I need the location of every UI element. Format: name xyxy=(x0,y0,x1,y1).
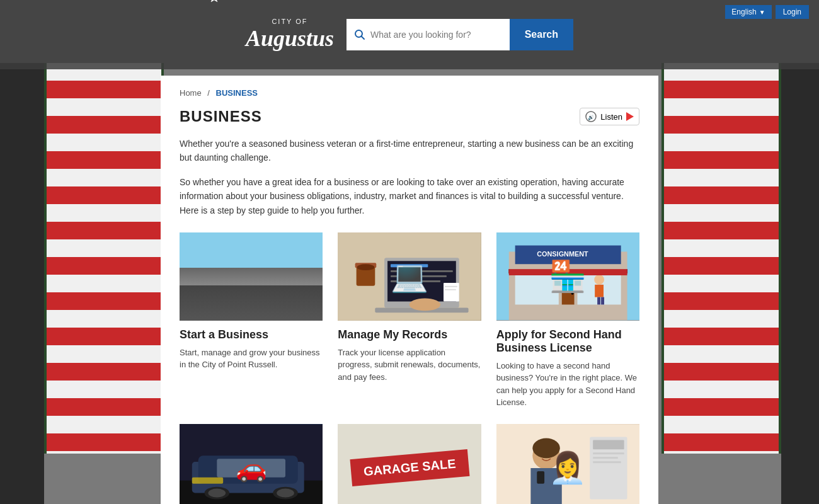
svg-rect-9 xyxy=(260,241,293,298)
right-dark-panel xyxy=(781,63,819,504)
svg-rect-15 xyxy=(183,301,319,316)
svg-rect-41 xyxy=(601,297,604,305)
woman-image-svg xyxy=(496,424,639,504)
shop-image-svg: CONSIGNMENT xyxy=(496,232,639,321)
svg-rect-11 xyxy=(211,277,238,282)
svg-rect-39 xyxy=(595,285,604,297)
intro-paragraph-2: So whether you have a great idea for a b… xyxy=(180,175,639,217)
svg-rect-7 xyxy=(211,244,238,298)
svg-rect-59 xyxy=(593,440,624,449)
search-input-wrapper[interactable] xyxy=(346,19,510,50)
svg-rect-8 xyxy=(240,253,258,298)
card-image-laptop xyxy=(338,232,481,321)
card-desc-start-business: Start, manage and grow your business in … xyxy=(180,346,323,371)
svg-rect-62 xyxy=(593,461,621,463)
left-dark-panel xyxy=(0,63,44,504)
car-image-svg xyxy=(180,424,323,504)
listen-label: Listen xyxy=(600,112,622,122)
svg-point-43 xyxy=(571,292,573,295)
svg-point-66 xyxy=(532,438,559,459)
card-title-second-hand: Apply for Second Hand Business License xyxy=(496,328,639,355)
svg-point-38 xyxy=(594,275,604,285)
svg-rect-64 xyxy=(530,468,561,504)
laptop-image-svg xyxy=(338,232,481,321)
svg-rect-6 xyxy=(189,250,210,297)
left-awning xyxy=(44,63,164,454)
svg-rect-25 xyxy=(391,264,428,267)
listen-button[interactable]: 🔊 Listen xyxy=(580,108,639,125)
svg-rect-44 xyxy=(508,269,627,275)
card-image-business: MATT'S GRILL xyxy=(180,232,323,321)
business-image-svg: MATT'S GRILL xyxy=(180,232,323,316)
page-title: BUSINESS xyxy=(180,108,262,125)
svg-rect-26 xyxy=(391,270,453,272)
svg-rect-29 xyxy=(444,283,459,302)
svg-rect-42 xyxy=(561,283,574,305)
login-button[interactable]: Login xyxy=(776,5,809,19)
logo-icon xyxy=(208,0,220,5)
svg-rect-56 xyxy=(192,478,223,484)
card-5[interactable]: GARAGE SALE xyxy=(338,424,481,504)
card-desc-manage-records: Track your license application progress,… xyxy=(338,346,481,384)
breadcrumb-home[interactable]: Home xyxy=(180,88,202,98)
page-header-row: BUSINESS 🔊 Listen xyxy=(180,108,639,125)
card-6[interactable] xyxy=(496,424,639,504)
cards-grid: MATT'S GRILL Start a Business Start, man… xyxy=(180,232,639,504)
logo-name-text: Augustus xyxy=(246,26,334,51)
svg-rect-60 xyxy=(593,452,624,454)
svg-point-53 xyxy=(277,489,294,498)
card-4[interactable] xyxy=(180,424,323,504)
chevron-down-icon: ▼ xyxy=(759,9,765,16)
play-icon xyxy=(626,112,634,121)
svg-rect-31 xyxy=(445,289,456,290)
language-selector[interactable]: English ▼ xyxy=(725,5,771,19)
svg-point-20 xyxy=(357,264,375,270)
svg-rect-16 xyxy=(231,304,272,306)
search-icon xyxy=(354,29,365,40)
listen-icon: 🔊 xyxy=(585,111,597,122)
card-title-manage-records: Manage My Records xyxy=(338,328,481,341)
svg-rect-5 xyxy=(183,274,319,316)
card-image-shop: CONSIGNMENT xyxy=(496,232,639,321)
card-image-woman xyxy=(496,424,639,504)
card-manage-records[interactable]: Manage My Records Track your license app… xyxy=(338,232,481,409)
svg-rect-40 xyxy=(597,297,600,305)
logo-city-of-text: CITY OF xyxy=(246,18,334,25)
svg-text:MATT'S GRILL: MATT'S GRILL xyxy=(215,268,243,273)
svg-point-51 xyxy=(208,489,226,498)
card-desc-second-hand: Looking to have a second hand business? … xyxy=(496,360,639,409)
svg-rect-13 xyxy=(214,265,236,276)
svg-rect-36 xyxy=(515,273,558,304)
garage-sale-sign: GARAGE SALE xyxy=(350,449,469,486)
top-navigation: CITY OF Augustus Search English ▼ Login xyxy=(0,0,819,69)
card-image-car xyxy=(180,424,323,504)
right-awning xyxy=(662,63,781,454)
svg-rect-30 xyxy=(445,286,457,287)
svg-line-1 xyxy=(362,37,365,40)
card-second-hand-license[interactable]: CONSIGNMENT A xyxy=(496,232,639,409)
svg-text:CONSIGNMENT: CONSIGNMENT xyxy=(537,250,588,258)
card-title-start-business: Start a Business xyxy=(180,328,323,341)
svg-rect-28 xyxy=(391,280,440,282)
svg-text:🔊: 🔊 xyxy=(588,114,594,120)
breadcrumb-current: BUSINESS xyxy=(216,88,258,98)
intro-paragraph-1: Whether you're a seasoned business veter… xyxy=(180,137,639,165)
search-input[interactable] xyxy=(370,30,502,40)
card-start-business[interactable]: MATT'S GRILL Start a Business Start, man… xyxy=(180,232,323,409)
svg-rect-27 xyxy=(391,275,447,277)
card-image-garage: GARAGE SALE xyxy=(338,424,481,504)
svg-rect-4 xyxy=(183,232,319,316)
svg-rect-61 xyxy=(593,457,618,459)
breadcrumb-separator: / xyxy=(207,88,210,98)
svg-rect-55 xyxy=(217,459,285,478)
main-content-area: Home / BUSINESS BUSINESS 🔊 Listen Whethe… xyxy=(161,76,658,504)
search-bar: Search xyxy=(346,19,573,50)
svg-point-24 xyxy=(410,299,440,311)
site-logo: CITY OF Augustus xyxy=(246,18,334,52)
search-button[interactable]: Search xyxy=(510,19,573,50)
top-right-controls: English ▼ Login xyxy=(725,5,809,19)
svg-rect-65 xyxy=(537,471,544,484)
breadcrumb: Home / BUSINESS xyxy=(180,88,639,98)
svg-rect-10 xyxy=(294,248,318,298)
svg-rect-12 xyxy=(260,280,293,285)
